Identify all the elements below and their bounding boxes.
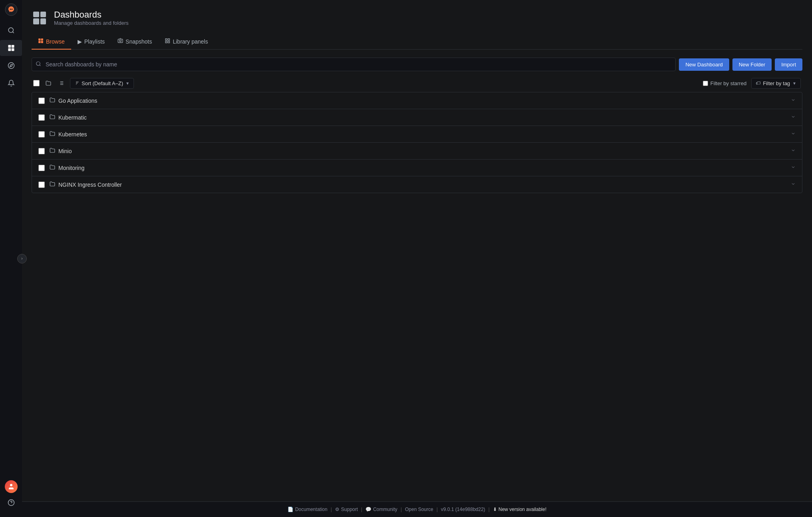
folder-expand-icon[interactable] bbox=[791, 98, 796, 104]
search-box bbox=[32, 58, 676, 71]
folder-row[interactable]: Minio bbox=[32, 143, 802, 160]
footer-support-label: Support bbox=[341, 507, 358, 512]
view-controls bbox=[43, 78, 67, 89]
documentation-icon: 📄 bbox=[287, 507, 293, 512]
user-avatar[interactable] bbox=[5, 480, 18, 493]
folder-list: Go Applications Kubermatic bbox=[32, 92, 802, 193]
tab-browse-label: Browse bbox=[46, 38, 65, 45]
svg-rect-6 bbox=[11, 45, 14, 48]
folder-name: Kubermatic bbox=[58, 114, 791, 121]
svg-rect-14 bbox=[38, 38, 40, 40]
svg-rect-5 bbox=[8, 45, 11, 48]
svg-rect-19 bbox=[166, 39, 167, 40]
folder-expand-icon[interactable] bbox=[791, 165, 796, 171]
tab-browse[interactable]: Browse bbox=[32, 34, 71, 50]
page-header: Dashboards Manage dashboards and folders bbox=[32, 10, 802, 26]
playlists-tab-icon: ▶ bbox=[78, 38, 82, 45]
svg-point-2 bbox=[11, 9, 12, 10]
sidebar-item-alerting[interactable] bbox=[0, 75, 22, 91]
folder-name: Go Applications bbox=[58, 98, 791, 104]
footer-open-source-link[interactable]: Open Source bbox=[405, 507, 433, 512]
left-controls: Sort (Default A–Z) ▼ bbox=[33, 78, 134, 89]
footer-sep-2: | bbox=[361, 507, 362, 512]
filter-tag-dropdown[interactable]: 🏷 Filter by tag ▼ bbox=[751, 78, 801, 89]
sort-icon bbox=[74, 81, 79, 86]
svg-rect-16 bbox=[38, 41, 40, 43]
folder-checkbox[interactable] bbox=[38, 182, 45, 188]
footer-version: v9.0.1 (14e988bd22) bbox=[441, 507, 485, 512]
tag-chevron-icon: ▼ bbox=[792, 81, 796, 86]
folder-icon bbox=[50, 114, 55, 121]
folder-name: Minio bbox=[58, 148, 791, 154]
svg-rect-20 bbox=[168, 39, 170, 40]
snapshots-tab-icon bbox=[118, 38, 123, 45]
svg-point-23 bbox=[36, 62, 40, 65]
folder-icon bbox=[50, 164, 55, 171]
folder-expand-icon[interactable] bbox=[791, 148, 796, 154]
tab-playlists[interactable]: ▶ Playlists bbox=[71, 34, 111, 50]
svg-rect-15 bbox=[41, 38, 43, 40]
tab-playlists-label: Playlists bbox=[84, 38, 105, 45]
svg-rect-21 bbox=[168, 41, 170, 43]
svg-line-4 bbox=[12, 32, 14, 33]
filter-controls: Filter by starred 🏷 Filter by tag ▼ bbox=[703, 78, 801, 89]
sidebar-item-dashboards[interactable] bbox=[0, 40, 22, 56]
folder-row[interactable]: Kubernetes bbox=[32, 126, 802, 143]
new-folder-button[interactable]: New Folder bbox=[732, 58, 772, 71]
footer-community-link[interactable]: 💬 Community bbox=[365, 507, 397, 512]
footer-support-link[interactable]: ⚙ Support bbox=[335, 507, 358, 512]
folder-checkbox[interactable] bbox=[38, 165, 45, 171]
sidebar-item-search[interactable] bbox=[0, 22, 22, 38]
folder-checkbox[interactable] bbox=[38, 131, 45, 138]
folder-expand-icon[interactable] bbox=[791, 131, 796, 137]
list-controls: Sort (Default A–Z) ▼ Filter by starred 🏷… bbox=[32, 78, 802, 89]
select-all-checkbox[interactable] bbox=[33, 80, 40, 86]
sidebar: › bbox=[0, 0, 22, 517]
search-input[interactable] bbox=[32, 58, 676, 71]
support-icon: ⚙ bbox=[335, 507, 339, 512]
svg-rect-7 bbox=[8, 48, 11, 51]
folder-expand-icon[interactable] bbox=[791, 114, 796, 120]
footer-documentation-link[interactable]: 📄 Documentation bbox=[287, 507, 327, 512]
filter-tag-text: Filter by tag bbox=[763, 80, 790, 86]
folder-row[interactable]: Monitoring bbox=[32, 160, 802, 176]
footer-documentation-label: Documentation bbox=[295, 507, 327, 512]
page-subtitle: Manage dashboards and folders bbox=[54, 20, 128, 26]
new-dashboard-button[interactable]: New Dashboard bbox=[679, 58, 729, 71]
folder-expand-icon[interactable] bbox=[791, 182, 796, 188]
toolbar: New Dashboard New Folder Import bbox=[32, 58, 802, 71]
svg-point-3 bbox=[8, 28, 13, 32]
folder-checkbox[interactable] bbox=[38, 114, 45, 121]
sort-select[interactable]: Sort (Default A–Z) ▼ bbox=[70, 78, 134, 89]
folder-row[interactable]: NGINX Ingress Controller bbox=[32, 176, 802, 193]
sort-chevron-icon: ▼ bbox=[126, 81, 130, 86]
view-folder-button[interactable] bbox=[43, 78, 54, 89]
footer-new-version-label: New version available! bbox=[499, 507, 547, 512]
folder-icon bbox=[50, 131, 55, 138]
tab-snapshots[interactable]: Snapshots bbox=[111, 34, 158, 50]
folder-name: Kubernetes bbox=[58, 131, 791, 138]
filter-starred-checkbox[interactable] bbox=[703, 81, 708, 86]
dashboards-icon bbox=[32, 10, 48, 26]
footer-open-source-label: Open Source bbox=[405, 507, 433, 512]
import-button[interactable]: Import bbox=[775, 58, 802, 71]
page-title: Dashboards bbox=[54, 10, 128, 20]
folder-row[interactable]: Kubermatic bbox=[32, 109, 802, 126]
footer-sep-5: | bbox=[489, 507, 490, 512]
folder-checkbox[interactable] bbox=[38, 98, 45, 104]
filter-starred-label[interactable]: Filter by starred bbox=[703, 80, 746, 86]
footer: 📄 Documentation | ⚙ Support | 💬 Communit… bbox=[22, 501, 812, 517]
sidebar-item-explore[interactable] bbox=[0, 58, 22, 74]
view-list-button[interactable] bbox=[56, 78, 67, 89]
tab-library-panels[interactable]: Library panels bbox=[158, 34, 214, 50]
folder-row[interactable]: Go Applications bbox=[32, 92, 802, 109]
folder-icon bbox=[50, 148, 55, 154]
footer-community-label: Community bbox=[373, 507, 397, 512]
folder-checkbox[interactable] bbox=[38, 148, 45, 154]
grafana-logo[interactable] bbox=[5, 3, 18, 16]
svg-rect-22 bbox=[166, 41, 167, 43]
sidebar-toggle[interactable]: › bbox=[17, 254, 27, 263]
sidebar-item-help[interactable] bbox=[5, 495, 18, 511]
svg-rect-8 bbox=[11, 48, 14, 51]
download-icon: ⬇ bbox=[493, 507, 497, 512]
